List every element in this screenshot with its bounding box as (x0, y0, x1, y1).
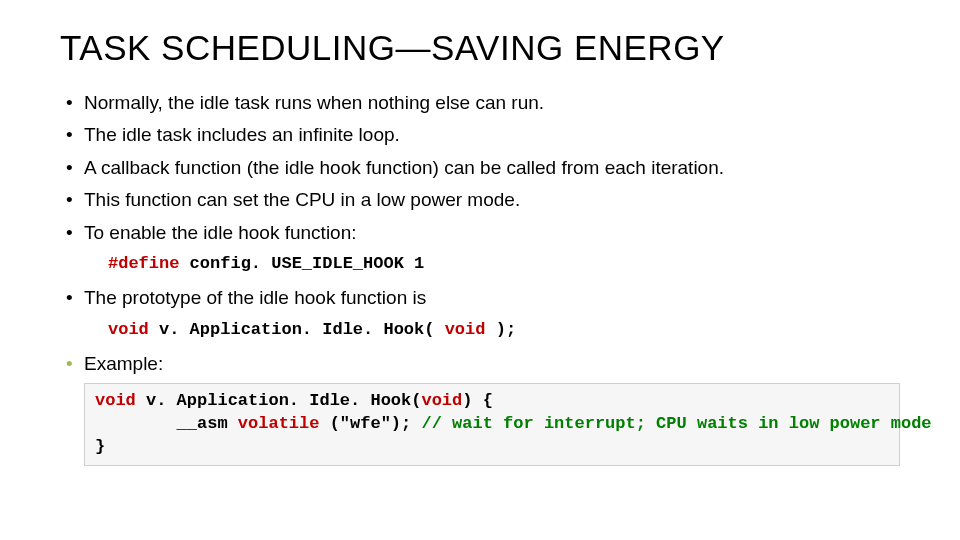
bullet-item: The prototype of the idle hook function … (60, 283, 900, 343)
bullet-text: This function can set the CPU in a low p… (84, 189, 520, 210)
code-example-block: void v. Application. Idle. Hook(void) { … (84, 383, 900, 466)
bullet-item-example: Example: (60, 349, 900, 379)
code-keyword: #define (108, 254, 179, 273)
bullet-item: To enable the idle hook function: #defin… (60, 218, 900, 278)
code-text: } (95, 437, 105, 456)
bullet-item: Normally, the idle task runs when nothin… (60, 88, 900, 118)
code-text: ); (485, 320, 516, 339)
bullet-text: To enable the idle hook function: (84, 222, 357, 243)
bullet-text: A callback function (the idle hook funct… (84, 157, 724, 178)
code-define: #define config. USE_IDLE_HOOK 1 (84, 250, 900, 277)
code-text: ) { (462, 391, 493, 410)
code-text: v. Application. Idle. Hook( (136, 391, 422, 410)
code-text: v. Application. Idle. Hook( (149, 320, 445, 339)
bullet-text: Normally, the idle task runs when nothin… (84, 92, 544, 113)
code-text: ("wfe"); (319, 414, 421, 433)
code-text: config. USE_IDLE_HOOK 1 (179, 254, 424, 273)
bullet-item: A callback function (the idle hook funct… (60, 153, 900, 183)
code-keyword: void (421, 391, 462, 410)
bullet-text: The prototype of the idle hook function … (84, 287, 426, 308)
bullet-text: The idle task includes an infinite loop. (84, 124, 400, 145)
code-keyword: void (95, 391, 136, 410)
code-prototype: void v. Application. Idle. Hook( void ); (84, 316, 900, 343)
code-keyword: void (108, 320, 149, 339)
slide: TASK SCHEDULING—SAVING ENERGY Normally, … (0, 0, 960, 496)
code-comment: // wait for interrupt; CPU waits in low … (421, 414, 931, 433)
code-text: __asm (95, 414, 238, 433)
bullet-list: Normally, the idle task runs when nothin… (60, 88, 900, 379)
bullet-item: The idle task includes an infinite loop. (60, 120, 900, 150)
code-keyword: volatile (238, 414, 320, 433)
bullet-item: This function can set the CPU in a low p… (60, 185, 900, 215)
code-keyword: void (445, 320, 486, 339)
bullet-text: Example: (84, 353, 163, 374)
slide-title: TASK SCHEDULING—SAVING ENERGY (60, 28, 900, 68)
